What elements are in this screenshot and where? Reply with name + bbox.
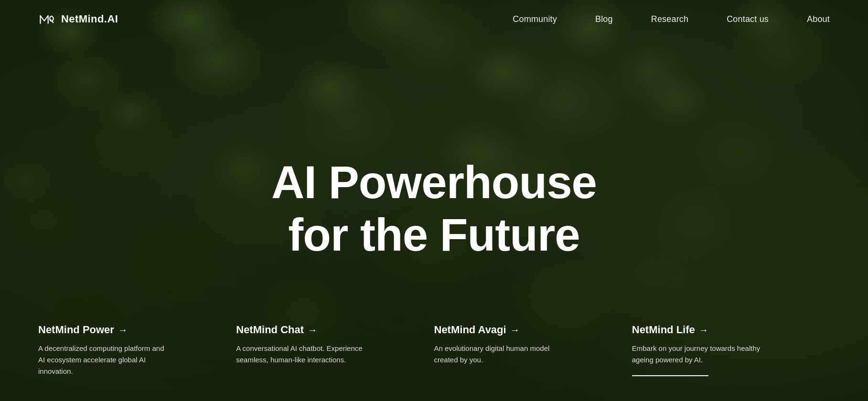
navbar: NetMind.AI Community Blog Research Conta… [0,0,868,38]
nav-community[interactable]: Community [513,14,557,24]
card-avagi: NetMind Avagi → An evolutionary digital … [434,324,632,377]
nav-about[interactable]: About [807,14,830,24]
card-life-label: NetMind Life [632,324,695,336]
hero-title-line1: AI Powerhouse [271,157,597,208]
card-avagi-title[interactable]: NetMind Avagi → [434,324,618,336]
card-avagi-desc: An evolutionary digital human model crea… [434,343,568,366]
hero-section: NetMind.AI Community Blog Research Conta… [0,0,868,401]
card-life: NetMind Life → Embark on your journey to… [632,324,830,377]
card-power-desc: A decentralized computing platform and A… [38,343,172,377]
hero-content: AI Powerhouse for the Future [271,156,597,262]
card-chat-arrow: → [308,325,317,336]
nav-blog[interactable]: Blog [595,14,613,24]
hero-title: AI Powerhouse for the Future [271,156,597,262]
card-life-title[interactable]: NetMind Life → [632,324,815,336]
nav-contact[interactable]: Contact us [727,14,769,24]
card-power-label: NetMind Power [38,324,114,336]
card-chat-desc: A conversational AI chatbot. Experience … [236,343,370,366]
card-power-title[interactable]: NetMind Power → [38,324,222,336]
card-life-arrow: → [699,325,708,336]
card-chat: NetMind Chat → A conversational AI chatb… [236,324,434,377]
card-avagi-arrow: → [510,325,520,336]
nav-research[interactable]: Research [651,14,688,24]
card-chat-label: NetMind Chat [236,324,304,336]
card-power: NetMind Power → A decentralized computin… [38,324,236,377]
product-cards: NetMind Power → A decentralized computin… [0,324,868,401]
hero-title-line2: for the Future [288,210,580,261]
card-life-desc: Embark on your journey towards healthy a… [632,343,766,366]
card-power-arrow: → [118,325,128,336]
logo-icon [38,11,55,28]
nav-links: Community Blog Research Contact us About [513,14,830,24]
card-chat-title[interactable]: NetMind Chat → [236,324,419,336]
card-life-underline [632,375,708,376]
logo-text: NetMind.AI [61,13,118,25]
card-avagi-label: NetMind Avagi [434,324,506,336]
logo[interactable]: NetMind.AI [38,11,118,28]
